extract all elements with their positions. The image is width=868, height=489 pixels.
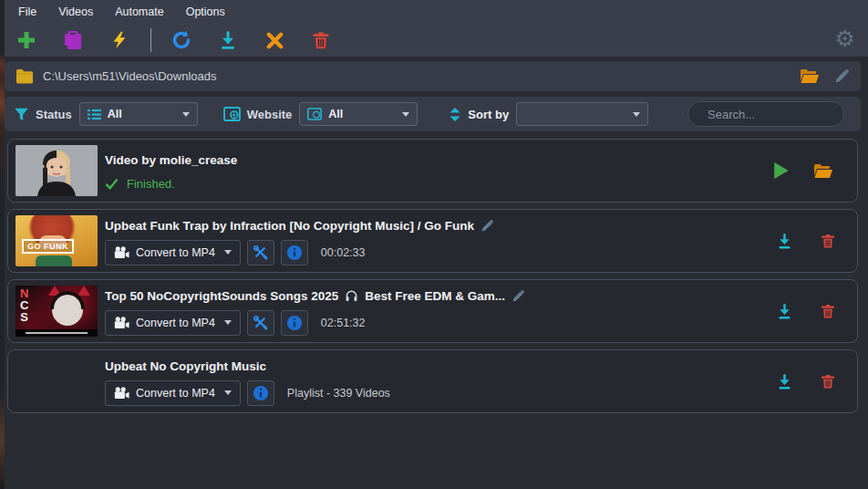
video-list: Video by molie_crease Finished. GO FUNK — [7, 139, 858, 413]
delete-button[interactable] — [820, 302, 836, 320]
website-dropdown[interactable]: All — [299, 102, 418, 126]
status-label: Status — [36, 108, 72, 121]
refresh-icon — [170, 29, 192, 51]
tools-icon — [253, 315, 268, 330]
headphones-icon — [345, 289, 358, 302]
sort-dropdown[interactable] — [516, 102, 648, 126]
desktop-edge — [0, 0, 5, 489]
video-row-3[interactable]: N C S Top 50 NoCopyrightSounds Songs 202… — [7, 279, 858, 343]
paste-url-button[interactable] — [57, 26, 88, 55]
gear-icon: ⚙ — [835, 26, 855, 52]
pencil-icon — [834, 68, 850, 84]
cancel-all-button[interactable] — [259, 26, 290, 55]
edit-title-icon[interactable] — [480, 219, 494, 233]
info-icon — [286, 244, 303, 261]
status-value: All — [108, 108, 122, 120]
filter-bar: Status All Website All Sort by — [5, 97, 861, 131]
info-button[interactable] — [247, 380, 274, 406]
folder-icon — [16, 68, 34, 84]
search-input[interactable] — [708, 108, 868, 121]
chevron-down-icon — [182, 112, 190, 117]
video-title: Upbeat Funk Trap by Infraction [No Copyr… — [105, 219, 494, 233]
website-label: Website — [247, 108, 293, 121]
download-button[interactable] — [776, 302, 793, 321]
search-box[interactable] — [687, 101, 844, 127]
play-button[interactable] — [772, 161, 790, 180]
playlist-title: Upbeat No Copyright Music — [105, 359, 390, 373]
download-path-bar: C:\Users\m51\Videos\Downloads — [5, 61, 861, 91]
topbar: File Videos Automate Options — [0, 0, 868, 57]
download-button[interactable] — [776, 232, 793, 251]
website-value: All — [328, 108, 343, 120]
settings-button[interactable]: ⚙ — [835, 27, 855, 50]
convert-format-dropdown[interactable]: Convert to MP4 — [105, 310, 241, 336]
download-icon — [776, 372, 793, 391]
video-row-2[interactable]: GO FUNK Upbeat Funk Trap by Infraction [… — [7, 209, 858, 273]
add-url-button[interactable] — [11, 26, 42, 55]
download-all-icon — [218, 29, 238, 51]
menubar: File Videos Automate Options — [0, 0, 868, 24]
tools-icon — [253, 244, 268, 260]
add-icon — [16, 29, 37, 51]
info-icon — [253, 385, 269, 401]
download-all-button[interactable] — [212, 26, 243, 55]
automate-button[interactable] — [104, 26, 135, 55]
edit-path-button[interactable] — [834, 68, 850, 84]
menu-automate[interactable]: Automate — [104, 1, 175, 23]
info-button[interactable] — [281, 240, 308, 265]
website-icon — [223, 107, 241, 121]
check-icon — [105, 178, 119, 190]
delete-button[interactable] — [820, 232, 836, 250]
convert-format-dropdown[interactable]: Convert to MP4 — [105, 380, 241, 406]
menu-file[interactable]: File — [7, 1, 47, 23]
video-title: Top 50 NoCopyrightSounds Songs 2025 Best… — [105, 289, 525, 303]
trash-icon — [820, 302, 836, 320]
video-row-4[interactable]: Upbeat No Copyright Music Convert to MP4… — [7, 349, 858, 413]
trash-icon — [820, 232, 836, 250]
status-dropdown[interactable]: All — [79, 102, 198, 126]
toolbar-separator — [150, 28, 151, 52]
toolbar — [0, 24, 868, 57]
video-camera-icon — [114, 246, 129, 259]
thumb-label: GO FUNK — [22, 239, 74, 254]
browse-folder-button[interactable] — [800, 68, 820, 84]
menu-videos[interactable]: Videos — [47, 1, 104, 23]
playlist-meta: Playlist - 339 Videos — [287, 387, 390, 400]
tools-button[interactable] — [247, 310, 274, 336]
trash-icon — [820, 372, 836, 390]
video-row-1[interactable]: Video by molie_crease Finished. — [7, 139, 858, 203]
tools-button[interactable] — [247, 240, 274, 265]
delete-all-button[interactable] — [305, 26, 336, 55]
open-folder-icon — [800, 68, 820, 84]
download-path: C:\Users\m51\Videos\Downloads — [43, 69, 217, 83]
play-icon — [772, 161, 790, 180]
video-camera-icon — [114, 387, 129, 400]
info-icon — [286, 315, 303, 331]
video-thumbnail — [16, 145, 98, 196]
download-icon — [776, 232, 793, 251]
status-finished: Finished. — [127, 177, 175, 191]
filter-icon — [14, 107, 29, 122]
edit-title-icon[interactable] — [512, 289, 525, 303]
video-thumbnail: GO FUNK — [16, 215, 98, 266]
download-button[interactable] — [776, 372, 793, 391]
refresh-button[interactable] — [166, 26, 197, 55]
cancel-all-icon — [264, 30, 285, 51]
paste-icon — [63, 29, 83, 51]
chevron-down-icon — [633, 112, 640, 117]
open-folder-icon — [813, 163, 833, 179]
list-icon — [88, 109, 101, 120]
lightning-icon — [109, 29, 129, 51]
video-duration: 02:51:32 — [321, 317, 366, 329]
convert-format-dropdown[interactable]: Convert to MP4 — [105, 240, 241, 265]
video-title: Video by molie_crease — [105, 153, 237, 167]
delete-button[interactable] — [820, 372, 836, 390]
video-thumbnail: N C S — [16, 286, 98, 337]
chevron-down-icon — [224, 390, 232, 395]
open-file-location-button[interactable] — [813, 163, 833, 179]
sort-icon — [449, 107, 461, 122]
info-button[interactable] — [281, 310, 308, 336]
delete-all-icon — [311, 29, 331, 51]
menu-options[interactable]: Options — [175, 1, 236, 23]
chevron-down-icon — [224, 320, 232, 325]
